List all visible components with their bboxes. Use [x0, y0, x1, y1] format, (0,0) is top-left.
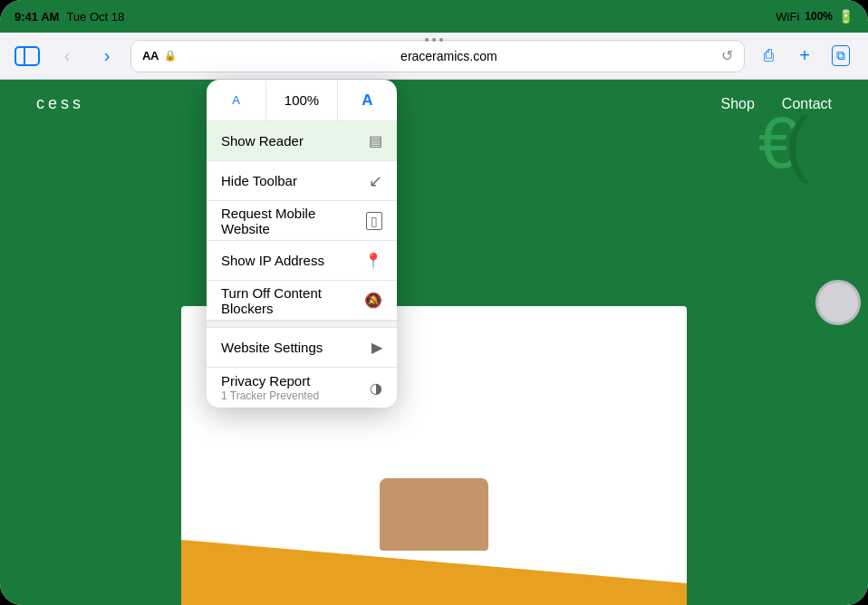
new-tab-button[interactable]: +	[788, 40, 821, 72]
sidebar-toggle-button[interactable]	[11, 40, 43, 72]
status-date: Tue Oct 18	[66, 10, 124, 24]
hide-toolbar-left: Hide Toolbar	[221, 173, 297, 188]
url-text: eraceramics.com	[182, 49, 716, 63]
show-reader-item[interactable]: Show Reader ▤	[207, 121, 397, 161]
brand-text: cess	[36, 94, 84, 113]
location-icon: 📍	[364, 252, 382, 269]
tabs-icon: ⧉	[832, 45, 850, 66]
dot-3	[439, 38, 443, 42]
privacy-report-sublabel: 1 Tracker Prevented	[221, 389, 319, 402]
font-size-percent: 100%	[285, 92, 319, 108]
forward-button[interactable]: ›	[91, 40, 123, 72]
show-reader-left: Show Reader	[221, 133, 304, 149]
tabs-button[interactable]: ⧉	[825, 40, 857, 72]
hide-toolbar-icon: ↙	[369, 171, 382, 191]
plus-icon: +	[799, 45, 810, 66]
hide-toolbar-item[interactable]: Hide Toolbar ↙	[207, 161, 397, 201]
dots-indicator	[425, 38, 443, 42]
toolbar-right: ⎙ + ⧉	[752, 40, 857, 72]
status-right: WiFi 100% 🔋	[776, 9, 854, 24]
increase-font-button[interactable]: A	[338, 80, 397, 121]
reload-icon[interactable]: ↺	[721, 47, 733, 64]
back-button[interactable]: ‹	[51, 40, 83, 72]
privacy-report-item[interactable]: Privacy Report 1 Tracker Prevented ◑	[207, 368, 397, 408]
status-time: 9:41 AM	[14, 10, 59, 24]
web-content: cess Shop Contact €(	[0, 80, 868, 605]
chevron-right-icon: ›	[104, 45, 111, 66]
show-ip-left: Show IP Address	[221, 253, 324, 268]
brand-logo: €(	[758, 107, 796, 179]
privacy-icon: ◑	[370, 379, 382, 397]
share-button[interactable]: ⎙	[752, 40, 785, 72]
reader-icon: ▤	[369, 132, 382, 149]
logo-right: (	[785, 102, 796, 183]
dot-2	[432, 38, 436, 42]
aa-label[interactable]: AA	[142, 49, 159, 62]
status-bar: 9:41 AM Tue Oct 18 WiFi 100% 🔋	[0, 0, 868, 33]
show-ip-item[interactable]: Show IP Address 📍	[207, 241, 397, 281]
turn-off-blockers-left: Turn Off Content Blockers	[221, 285, 364, 316]
ipad-frame: 9:41 AM Tue Oct 18 WiFi 100% 🔋 ‹ › AA 🔒 …	[0, 0, 868, 605]
turn-off-blockers-label: Turn Off Content Blockers	[221, 285, 364, 316]
turn-off-blockers-item[interactable]: Turn Off Content Blockers 🔕	[207, 281, 397, 321]
font-large-label: A	[362, 91, 372, 110]
font-size-row: A 100% A	[207, 80, 397, 121]
font-size-display: 100%	[265, 80, 338, 121]
lock-icon: 🔒	[164, 50, 177, 62]
web-nav: cess Shop Contact	[0, 80, 868, 128]
show-reader-label: Show Reader	[221, 133, 304, 149]
chevron-left-icon: ‹	[64, 45, 71, 66]
show-ip-label: Show IP Address	[221, 253, 324, 268]
ceramic-item	[380, 478, 488, 551]
home-button[interactable]	[815, 280, 861, 325]
blockers-icon: 🔕	[364, 292, 382, 309]
privacy-report-left: Privacy Report 1 Tracker Prevented	[221, 373, 319, 402]
address-bar[interactable]: AA 🔒 eraceramics.com ↺	[130, 40, 745, 72]
request-mobile-item[interactable]: Request Mobile Website ▯	[207, 201, 397, 241]
battery-graphic: 🔋	[838, 9, 854, 24]
wifi-icon: WiFi	[776, 10, 799, 24]
request-mobile-left: Request Mobile Website	[221, 206, 366, 236]
status-left: 9:41 AM Tue Oct 18	[14, 10, 124, 24]
decrease-font-button[interactable]: A	[207, 80, 265, 121]
hide-toolbar-label: Hide Toolbar	[221, 173, 297, 188]
website-settings-left: Website Settings	[221, 340, 323, 355]
dropdown-menu: A 100% A Show Reader ▤ Hide Toolbar ↙	[207, 80, 397, 408]
website-settings-item[interactable]: Website Settings ▶	[207, 328, 397, 368]
menu-divider	[207, 321, 397, 328]
shop-link[interactable]: Shop	[720, 96, 754, 112]
battery-icon: 100%	[805, 10, 833, 23]
settings-icon: ▶	[371, 339, 382, 356]
mobile-icon: ▯	[366, 212, 382, 230]
dot-1	[425, 38, 429, 42]
request-mobile-label: Request Mobile Website	[221, 206, 366, 236]
privacy-report-label: Privacy Report	[221, 373, 319, 389]
share-icon: ⎙	[764, 46, 774, 65]
sidebar-icon	[14, 46, 40, 66]
website-settings-label: Website Settings	[221, 340, 323, 355]
font-small-label: A	[232, 93, 240, 107]
logo-left: €	[758, 102, 786, 183]
